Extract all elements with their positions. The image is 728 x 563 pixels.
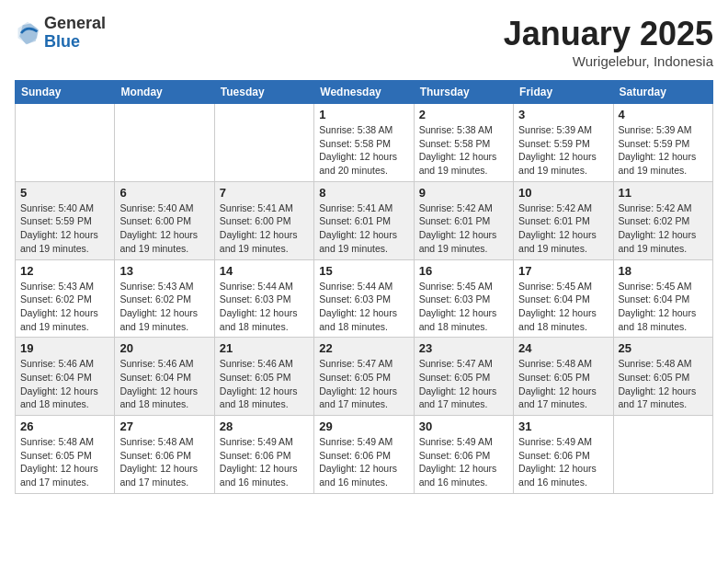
day-number: 17 <box>518 264 608 278</box>
calendar-cell: 27Sunrise: 5:48 AM Sunset: 6:06 PM Dayli… <box>115 416 214 494</box>
day-info: Sunrise: 5:40 AM Sunset: 6:00 PM Dayligh… <box>119 201 209 256</box>
day-info: Sunrise: 5:44 AM Sunset: 6:03 PM Dayligh… <box>220 280 309 334</box>
calendar-cell: 25Sunrise: 5:48 AM Sunset: 6:05 PM Dayli… <box>613 338 712 416</box>
day-info: Sunrise: 5:47 AM Sunset: 6:05 PM Dayligh… <box>319 357 408 411</box>
day-number: 14 <box>220 264 309 278</box>
calendar-header-thursday: Thursday <box>414 81 513 104</box>
calendar-cell: 21Sunrise: 5:46 AM Sunset: 6:05 PM Dayli… <box>214 338 313 416</box>
day-info: Sunrise: 5:39 AM Sunset: 5:59 PM Dayligh… <box>518 123 608 178</box>
day-info: Sunrise: 5:39 AM Sunset: 5:59 PM Dayligh… <box>619 123 708 178</box>
calendar-cell: 16Sunrise: 5:45 AM Sunset: 6:03 PM Dayli… <box>414 259 513 338</box>
calendar-cell: 8Sunrise: 5:41 AM Sunset: 6:01 PM Daylig… <box>314 181 414 259</box>
location: Wurigelebur, Indonesia <box>504 53 713 69</box>
calendar-cell <box>16 104 115 182</box>
calendar-cell: 12Sunrise: 5:43 AM Sunset: 6:02 PM Dayli… <box>16 259 115 338</box>
day-number: 23 <box>419 341 508 355</box>
day-info: Sunrise: 5:42 AM Sunset: 6:01 PM Dayligh… <box>419 201 508 256</box>
calendar-cell: 30Sunrise: 5:49 AM Sunset: 6:06 PM Dayli… <box>414 416 513 494</box>
day-info: Sunrise: 5:47 AM Sunset: 6:05 PM Dayligh… <box>419 357 508 411</box>
calendar-cell: 31Sunrise: 5:49 AM Sunset: 6:06 PM Dayli… <box>514 416 613 494</box>
day-number: 30 <box>419 419 508 433</box>
calendar-cell: 28Sunrise: 5:49 AM Sunset: 6:06 PM Dayli… <box>214 416 313 494</box>
day-info: Sunrise: 5:43 AM Sunset: 6:02 PM Dayligh… <box>119 280 209 334</box>
calendar-header-sunday: Sunday <box>16 81 115 104</box>
calendar-cell <box>214 104 313 182</box>
calendar-cell: 19Sunrise: 5:46 AM Sunset: 6:04 PM Dayli… <box>16 338 115 416</box>
day-number: 10 <box>518 186 608 200</box>
calendar-cell: 23Sunrise: 5:47 AM Sunset: 6:05 PM Dayli… <box>414 338 513 416</box>
month-title: January 2025 <box>504 15 713 53</box>
logo: General Blue <box>15 15 106 52</box>
day-number: 6 <box>119 186 209 200</box>
day-info: Sunrise: 5:38 AM Sunset: 5:58 PM Dayligh… <box>319 123 408 178</box>
calendar-cell: 20Sunrise: 5:46 AM Sunset: 6:04 PM Dayli… <box>115 338 214 416</box>
day-number: 22 <box>319 341 408 355</box>
logo-general: General <box>44 15 106 33</box>
day-number: 7 <box>220 186 309 200</box>
calendar-cell: 11Sunrise: 5:42 AM Sunset: 6:02 PM Dayli… <box>613 181 712 259</box>
day-info: Sunrise: 5:42 AM Sunset: 6:01 PM Dayligh… <box>518 201 608 256</box>
day-info: Sunrise: 5:45 AM Sunset: 6:03 PM Dayligh… <box>419 280 508 334</box>
calendar-cell: 1Sunrise: 5:38 AM Sunset: 5:58 PM Daylig… <box>314 104 414 182</box>
calendar-cell: 7Sunrise: 5:41 AM Sunset: 6:00 PM Daylig… <box>214 181 313 259</box>
day-info: Sunrise: 5:45 AM Sunset: 6:04 PM Dayligh… <box>619 280 708 334</box>
day-number: 5 <box>20 186 109 200</box>
calendar-cell <box>613 416 712 494</box>
day-info: Sunrise: 5:42 AM Sunset: 6:02 PM Dayligh… <box>619 201 708 256</box>
calendar-header-tuesday: Tuesday <box>214 81 313 104</box>
calendar-cell <box>115 104 214 182</box>
page-header: General Blue January 2025 Wurigelebur, I… <box>15 15 713 69</box>
day-number: 12 <box>20 264 109 278</box>
day-number: 27 <box>119 419 209 433</box>
calendar-week-1: 1Sunrise: 5:38 AM Sunset: 5:58 PM Daylig… <box>16 104 713 182</box>
calendar-cell: 15Sunrise: 5:44 AM Sunset: 6:03 PM Dayli… <box>314 259 414 338</box>
day-info: Sunrise: 5:48 AM Sunset: 6:05 PM Dayligh… <box>518 357 608 411</box>
day-info: Sunrise: 5:49 AM Sunset: 6:06 PM Dayligh… <box>319 435 408 489</box>
day-info: Sunrise: 5:48 AM Sunset: 6:05 PM Dayligh… <box>619 357 708 411</box>
calendar-header-friday: Friday <box>514 81 613 104</box>
day-number: 3 <box>518 108 608 121</box>
day-number: 15 <box>319 264 408 278</box>
day-info: Sunrise: 5:48 AM Sunset: 6:05 PM Dayligh… <box>20 435 109 489</box>
calendar-header-wednesday: Wednesday <box>314 81 414 104</box>
day-number: 26 <box>20 419 109 433</box>
calendar-cell: 18Sunrise: 5:45 AM Sunset: 6:04 PM Dayli… <box>613 259 712 338</box>
day-number: 24 <box>518 341 608 355</box>
logo-icon <box>15 20 40 46</box>
day-number: 18 <box>619 264 708 278</box>
day-number: 20 <box>119 341 209 355</box>
title-block: January 2025 Wurigelebur, Indonesia <box>504 15 713 69</box>
calendar-header-monday: Monday <box>115 81 214 104</box>
calendar-cell: 10Sunrise: 5:42 AM Sunset: 6:01 PM Dayli… <box>514 181 613 259</box>
logo-blue-text: Blue <box>44 33 106 52</box>
calendar-cell: 17Sunrise: 5:45 AM Sunset: 6:04 PM Dayli… <box>514 259 613 338</box>
day-info: Sunrise: 5:38 AM Sunset: 5:58 PM Dayligh… <box>419 123 508 178</box>
calendar-week-4: 19Sunrise: 5:46 AM Sunset: 6:04 PM Dayli… <box>16 338 713 416</box>
day-number: 19 <box>20 341 109 355</box>
calendar-cell: 14Sunrise: 5:44 AM Sunset: 6:03 PM Dayli… <box>214 259 313 338</box>
day-number: 11 <box>619 186 708 200</box>
day-number: 16 <box>419 264 508 278</box>
logo-text: General Blue <box>44 15 106 52</box>
calendar-week-3: 12Sunrise: 5:43 AM Sunset: 6:02 PM Dayli… <box>16 259 713 338</box>
calendar-cell: 3Sunrise: 5:39 AM Sunset: 5:59 PM Daylig… <box>514 104 613 182</box>
calendar-table: SundayMondayTuesdayWednesdayThursdayFrid… <box>15 80 713 494</box>
day-info: Sunrise: 5:45 AM Sunset: 6:04 PM Dayligh… <box>518 280 608 334</box>
day-info: Sunrise: 5:46 AM Sunset: 6:04 PM Dayligh… <box>119 357 209 411</box>
day-number: 13 <box>119 264 209 278</box>
day-number: 2 <box>419 108 508 121</box>
day-info: Sunrise: 5:49 AM Sunset: 6:06 PM Dayligh… <box>518 435 608 489</box>
calendar-cell: 24Sunrise: 5:48 AM Sunset: 6:05 PM Dayli… <box>514 338 613 416</box>
day-info: Sunrise: 5:40 AM Sunset: 5:59 PM Dayligh… <box>20 201 109 256</box>
day-number: 29 <box>319 419 408 433</box>
calendar-cell: 6Sunrise: 5:40 AM Sunset: 6:00 PM Daylig… <box>115 181 214 259</box>
calendar-cell: 4Sunrise: 5:39 AM Sunset: 5:59 PM Daylig… <box>613 104 712 182</box>
day-number: 25 <box>619 341 708 355</box>
day-number: 28 <box>220 419 309 433</box>
calendar-cell: 13Sunrise: 5:43 AM Sunset: 6:02 PM Dayli… <box>115 259 214 338</box>
calendar-week-5: 26Sunrise: 5:48 AM Sunset: 6:05 PM Dayli… <box>16 416 713 494</box>
calendar-week-2: 5Sunrise: 5:40 AM Sunset: 5:59 PM Daylig… <box>16 181 713 259</box>
day-info: Sunrise: 5:49 AM Sunset: 6:06 PM Dayligh… <box>419 435 508 489</box>
calendar-cell: 2Sunrise: 5:38 AM Sunset: 5:58 PM Daylig… <box>414 104 513 182</box>
day-info: Sunrise: 5:48 AM Sunset: 6:06 PM Dayligh… <box>119 435 209 489</box>
